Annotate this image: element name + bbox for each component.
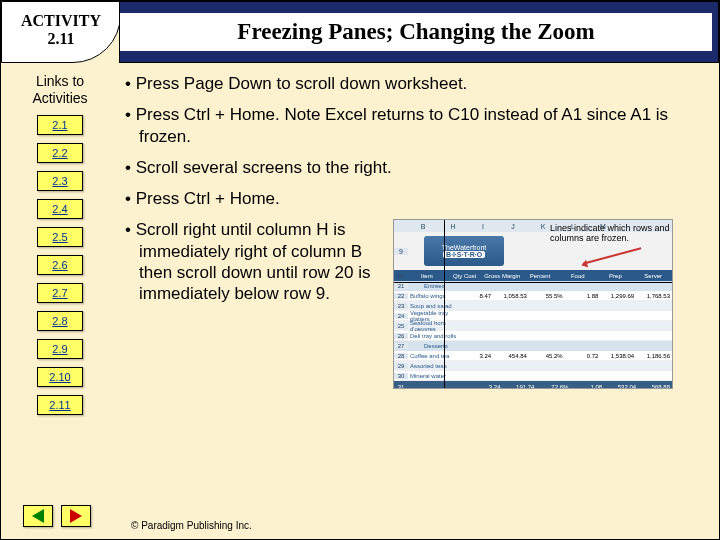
link-2-6[interactable]: 2.6 bbox=[37, 255, 83, 275]
copyright: © Paradigm Publishing Inc. bbox=[131, 520, 252, 531]
arrow-right-icon bbox=[70, 509, 82, 523]
bullet-1: • Press Page Down to scroll down workshe… bbox=[125, 73, 705, 94]
title-bar: Freezing Panes; Changing the Zoom bbox=[119, 1, 719, 63]
freeze-line-horizontal bbox=[394, 282, 672, 283]
link-2-5[interactable]: 2.5 bbox=[37, 227, 83, 247]
bistro-logo: TheWaterfront B·I·S·T·R·O bbox=[424, 236, 504, 266]
figure-category-2: 27Desserts bbox=[394, 341, 672, 351]
next-button[interactable] bbox=[61, 505, 91, 527]
table-row: 25Seafood hors d'oeuvres bbox=[394, 321, 672, 331]
figure-caption: Lines indicate which rows and columns ar… bbox=[550, 224, 670, 244]
link-2-2[interactable]: 2.2 bbox=[37, 143, 83, 163]
nav-arrows bbox=[23, 505, 91, 527]
link-2-3[interactable]: 2.3 bbox=[37, 171, 83, 191]
content: • Press Page Down to scroll down workshe… bbox=[119, 63, 719, 493]
bullet-5: • Scroll right until column H is immedia… bbox=[125, 219, 385, 304]
table-row: 22 Buffalo wings 8.47 1,058.53 55.5% 1.8… bbox=[394, 291, 672, 301]
table-row: 26Deli tray and rolls bbox=[394, 331, 672, 341]
link-2-7[interactable]: 2.7 bbox=[37, 283, 83, 303]
prev-button[interactable] bbox=[23, 505, 53, 527]
page-title: Freezing Panes; Changing the Zoom bbox=[120, 13, 712, 51]
activity-label: ACTIVITY bbox=[21, 12, 101, 30]
link-2-10[interactable]: 2.10 bbox=[37, 367, 83, 387]
table-row: 28 Coffee and tea 3.24 454.84 45.2% 0.72… bbox=[394, 351, 672, 361]
activity-number: 2.11 bbox=[47, 30, 74, 48]
link-2-9[interactable]: 2.9 bbox=[37, 339, 83, 359]
table-row: 29Assorted teas bbox=[394, 361, 672, 371]
freeze-line-vertical bbox=[444, 220, 445, 388]
sidebar-heading: Links to Activities bbox=[7, 73, 113, 107]
figure-total-row: 31 3.24 191.74 72.6% 1.08 532.04 568.88 bbox=[394, 381, 672, 389]
bullet-2: • Press Ctrl + Home. Note Excel returns … bbox=[125, 104, 705, 147]
link-2-11[interactable]: 2.11 bbox=[37, 395, 83, 415]
bullet-3: • Scroll several screens to the right. bbox=[125, 157, 705, 178]
link-2-8[interactable]: 2.8 bbox=[37, 311, 83, 331]
sidebar: Links to Activities 2.1 2.2 2.3 2.4 2.5 … bbox=[1, 63, 119, 493]
link-2-1[interactable]: 2.1 bbox=[37, 115, 83, 135]
excel-screenshot: Lines indicate which rows and columns ar… bbox=[393, 219, 673, 389]
bullet-4: • Press Ctrl + Home. bbox=[125, 188, 705, 209]
link-2-4[interactable]: 2.4 bbox=[37, 199, 83, 219]
arrow-left-icon bbox=[32, 509, 44, 523]
table-row: 30Mineral water bbox=[394, 371, 672, 381]
activity-badge: ACTIVITY 2.11 bbox=[1, 1, 121, 63]
figure-table-headers: 20 Item Qty Cost Gross Margin Percent Fo… bbox=[394, 270, 672, 281]
